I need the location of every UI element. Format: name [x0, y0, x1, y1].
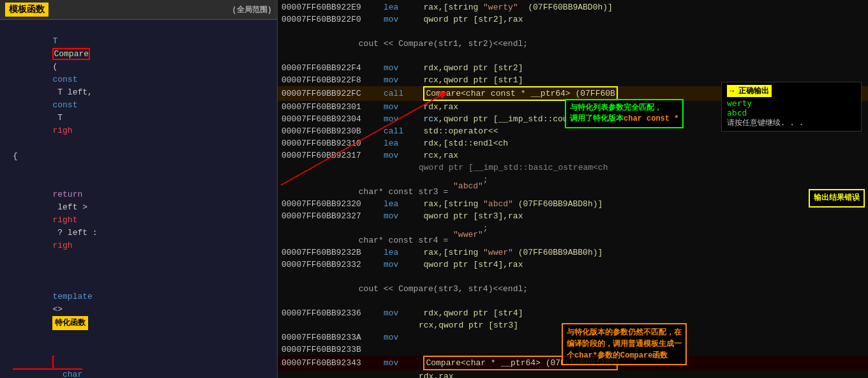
disasm-addr: 00007FF60BB92320: [281, 198, 384, 210]
output-box: → 正确输出 werty abcd 请按任意键继续. . .: [721, 82, 862, 132]
line-content: T Compare ( const T left, const T righ: [13, 22, 274, 150]
disasm-mnem: mov: [384, 101, 423, 113]
code-token: const: [52, 100, 77, 110]
disasm-operand: qword ptr [str2],rax: [423, 13, 523, 26]
disasm-addr: 00007FF60BB922F8: [281, 74, 384, 86]
panel-scope: (全局范围): [232, 4, 272, 15]
disasm-source-line: cout << Compare(str1, str2)<<endl;: [278, 26, 868, 62]
disasm-mnem: call: [384, 87, 423, 100]
disasm-operand: rdx,[std::endl<ch: [423, 137, 508, 149]
code-token: ? left :: [52, 228, 102, 238]
disasm-addr: 00007FF60BB922E9: [281, 1, 384, 13]
disasm-operand: rcx,qword ptr [__imp_std::cout]: [423, 113, 578, 125]
disasm-line: rdx,rax: [278, 370, 868, 378]
disasm-operand: qword ptr [__imp_std::basic_ostream<ch: [419, 162, 608, 174]
disasm-mnem: mov: [384, 149, 423, 162]
disasm-addr: 00007FF60BB922FC: [281, 87, 384, 100]
disasm-operand: rdx,rax: [423, 101, 458, 113]
disasm-operand: rdx,rax: [419, 370, 454, 378]
disasm-addr: 00007FF60BB9233B: [281, 344, 384, 356]
annotation-match: 与特化列表参数完全匹配， 调用了特化版本char const *: [565, 99, 684, 128]
disasm-line: 00007FF60BB9232B lea rax,[string "wwer" …: [278, 246, 868, 259]
panel-title: 模板函数: [5, 3, 49, 17]
code-line: [0, 265, 277, 278]
disasm-operand: rcx,rax: [423, 149, 458, 162]
disasm-addr: 00007FF60BB92301: [281, 101, 384, 113]
disasm-mnem: lea: [384, 198, 423, 210]
disasm-area: 00007FF60BB922E9 lea rax,[string "werty"…: [278, 0, 868, 378]
disasm-mnem: lea: [384, 246, 423, 259]
disasm-mnem: mov: [384, 357, 423, 369]
code-line: template <> 特化函数: [0, 278, 277, 343]
disasm-source-line: cout << Compare(str3, str4)<<endl;: [278, 271, 868, 307]
code-token: [52, 177, 72, 186]
line-content: char const * Compare < const char *>( co…: [13, 343, 274, 378]
disasm-operand: qword ptr [str3],rax: [423, 210, 523, 222]
disasm-line: 00007FF60BB922E9 lea rax,[string "werty"…: [278, 1, 868, 13]
disasm-mnem: mov: [384, 62, 423, 74]
line-content: return left > right ? left : righ: [13, 163, 274, 265]
disasm-operand: rax,[string "werty" (07FF60BB9ABD0h)]: [423, 1, 612, 13]
right-panel: 00007FF60BB922E9 lea rax,[string "werty"…: [278, 0, 868, 378]
code-token: T left,: [52, 87, 97, 97]
code-line: T Compare ( const T left, const T righ: [0, 22, 277, 150]
line-content: template <> 特化函数: [13, 278, 274, 343]
disasm-addr: 00007FF60BB9232B: [281, 246, 384, 259]
disasm-mnem: mov: [384, 13, 423, 26]
annotation-wrong-output: 输出结果错误: [809, 189, 865, 208]
disasm-mnem: mov: [384, 259, 423, 271]
disasm-mnem: lea: [384, 1, 423, 13]
disasm-line: 00007FF60BB92320 lea rax,[string "abcd" …: [278, 198, 868, 210]
line-content: {: [13, 150, 274, 163]
code-area: T Compare ( const T left, const T righ {…: [0, 20, 277, 378]
code-token: Compare: [52, 48, 90, 60]
disasm-mnem: mov: [384, 210, 423, 222]
disasm-line: 00007FF60BB922F4 mov rdx,qword ptr [str2…: [278, 62, 868, 74]
panel-header: 模板函数 (全局范围): [0, 0, 277, 20]
output-line-werty: werty: [727, 98, 856, 108]
disasm-addr: 00007FF60BB9230B: [281, 125, 384, 137]
code-token: return: [52, 190, 82, 199]
code-line: {: [0, 150, 277, 163]
code-token: right: [52, 215, 77, 225]
disasm-operand: qword ptr [str4],rax: [423, 259, 523, 271]
disasm-mnem: call: [384, 125, 423, 137]
specialization-label: 特化函数: [52, 316, 88, 330]
disasm-operand: std::operator<<: [423, 125, 498, 137]
disasm-line: qword ptr [__imp_std::basic_ostream<ch: [278, 162, 868, 174]
disasm-addr: 00007FF60BB922F4: [281, 62, 384, 74]
disasm-addr: 00007FF60BB92336: [281, 307, 384, 319]
disasm-line: 00007FF60BB922F0 mov qword ptr [str2],ra…: [278, 13, 868, 26]
annotation-no-match: 与特化版本的参数仍然不匹配，在 编译阶段的，调用普通模板生成一 个char*参数…: [562, 323, 687, 365]
disasm-addr: 00007FF60BB9233A: [281, 331, 384, 344]
code-token: left >: [52, 202, 92, 212]
disasm-operand: rdx,qword ptr [str4]: [423, 307, 523, 319]
disasm-source-line: char* const str4 = "wwer";: [278, 222, 868, 246]
disasm-addr: 00007FF60BB92310: [281, 137, 384, 149]
code-token: T: [52, 36, 63, 46]
disasm-operand: rax,[string "wwer" (07FF60BB9ABB0h)]: [423, 246, 602, 259]
disasm-mnem: mov: [384, 74, 423, 86]
code-token: (: [52, 62, 57, 72]
disasm-operand: rax,[string "abcd" (07FF60BB9ABD8h)]: [423, 198, 602, 210]
code-token: char const * Compare: [13, 356, 98, 378]
code-token: char: [63, 370, 82, 378]
code-token: <>: [52, 305, 67, 314]
disasm-operand: rcx,qword ptr [str3]: [419, 319, 518, 331]
disasm-addr: 00007FF60BB92332: [281, 259, 384, 271]
disasm-mnem: lea: [384, 137, 423, 149]
code-token: template: [52, 292, 92, 301]
disasm-line: 00007FF60BB92317 mov rcx,rax: [278, 149, 868, 162]
code-token: T: [52, 113, 67, 123]
disasm-line: 00007FF60BB92310 lea rdx,[std::endl<ch: [278, 137, 868, 149]
code-token: righ: [52, 241, 72, 250]
disasm-addr: 00007FF60BB922F0: [281, 13, 384, 26]
code-token: righ: [52, 126, 72, 135]
output-line-abcd: abcd: [727, 108, 856, 117]
disasm-line: 00007FF60BB92336 mov rdx,qword ptr [str4…: [278, 307, 868, 319]
left-panel: 模板函数 (全局范围) T Compare ( const T left, co…: [0, 0, 278, 378]
disasm-operand: rcx,qword ptr [str1]: [423, 74, 523, 86]
code-line: return left > right ? left : righ: [0, 163, 277, 265]
disasm-source-line: char* const str3 = "abcd";: [278, 174, 868, 198]
disasm-mnem: mov: [384, 331, 423, 344]
